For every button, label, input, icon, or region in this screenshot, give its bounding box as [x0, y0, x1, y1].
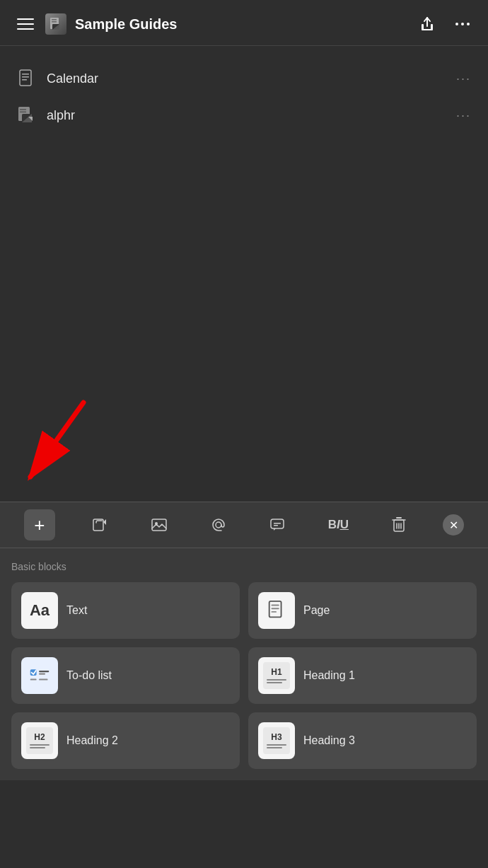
page-icon-svg — [266, 600, 287, 621]
guide-icon — [17, 105, 37, 125]
h3-block-icon: H3 — [258, 722, 295, 759]
list-item-left: Calendar — [17, 69, 98, 88]
svg-rect-6 — [431, 24, 433, 30]
add-block-button[interactable]: + — [24, 509, 55, 540]
more-options-icon — [454, 16, 471, 33]
svg-rect-12 — [20, 70, 31, 86]
turn-icon — [91, 516, 108, 533]
close-icon: ✕ — [449, 519, 458, 532]
bold-label: B — [328, 518, 337, 532]
guide-thumbnail-svg — [49, 17, 63, 31]
h1-icon-box: H1 — [263, 662, 290, 689]
svg-rect-39 — [272, 608, 279, 609]
delete-button[interactable] — [385, 512, 412, 538]
at-icon — [210, 516, 227, 533]
toolbar: + BIU — [0, 502, 488, 548]
format-button[interactable]: BIU — [323, 514, 354, 536]
list-item-left: alphr — [17, 105, 75, 125]
svg-rect-30 — [274, 525, 278, 526]
svg-rect-25 — [152, 519, 166, 531]
list-item-label: Calendar — [47, 71, 98, 86]
block-label: Heading 2 — [66, 734, 118, 747]
svg-rect-5 — [422, 24, 424, 30]
media-button[interactable] — [145, 512, 173, 538]
media-icon — [151, 516, 168, 533]
svg-point-27 — [216, 522, 221, 528]
svg-point-9 — [455, 23, 458, 25]
hamburger-icon — [17, 18, 34, 30]
block-label: Page — [303, 604, 330, 617]
comment-icon — [269, 516, 286, 533]
svg-rect-43 — [39, 673, 45, 674]
svg-rect-40 — [272, 611, 277, 613]
app-title: Sample Guides — [75, 16, 178, 33]
hamburger-button[interactable] — [14, 16, 37, 33]
svg-point-11 — [467, 23, 470, 25]
h1-block-icon: H1 — [258, 657, 295, 694]
red-arrow-annotation — [13, 395, 98, 487]
svg-rect-44 — [30, 678, 37, 680]
close-toolbar-button[interactable]: ✕ — [443, 514, 464, 536]
h2-block-icon: H2 — [21, 722, 58, 759]
document-icon — [17, 69, 37, 88]
app-header: Sample Guides — [0, 0, 488, 46]
svg-rect-38 — [272, 605, 279, 606]
header-right — [416, 13, 474, 35]
block-item-text[interactable]: Aa Text — [11, 582, 240, 639]
block-item-h1[interactable]: H1 Heading 1 — [248, 647, 477, 704]
h3-icon-box: H3 — [263, 727, 290, 754]
block-label: Heading 1 — [303, 669, 355, 682]
mention-button[interactable] — [204, 512, 233, 538]
svg-rect-7 — [422, 29, 433, 30]
content-area: Calendar ··· alphr ··· — [0, 46, 488, 134]
list-item-more[interactable]: ··· — [456, 108, 471, 123]
list-item[interactable]: alphr ··· — [14, 97, 474, 134]
block-item-h3[interactable]: H3 Heading 3 — [248, 712, 477, 769]
svg-rect-4 — [52, 21, 57, 23]
header-left: Sample Guides — [14, 13, 178, 35]
blocks-section: Basic blocks Aa Text Page — [0, 548, 488, 780]
share-icon — [419, 16, 436, 33]
block-label: Heading 3 — [303, 734, 355, 747]
list-item[interactable]: Calendar ··· — [14, 60, 474, 97]
todo-icon-svg — [29, 665, 50, 686]
block-item-page[interactable]: Page — [248, 582, 477, 639]
text-icon-label: Aa — [30, 601, 50, 620]
guide-thumbnail — [45, 13, 66, 35]
list-item-more[interactable]: ··· — [456, 71, 471, 86]
block-item-h2[interactable]: H2 Heading 2 — [11, 712, 240, 769]
svg-line-23 — [30, 403, 83, 477]
text-block-icon: Aa — [21, 592, 58, 629]
blocks-grid: Aa Text Page — [11, 582, 477, 780]
turn-into-button[interactable] — [86, 512, 114, 538]
svg-rect-13 — [22, 74, 29, 75]
page-block-icon — [258, 592, 295, 629]
todo-block-icon — [21, 657, 58, 694]
svg-rect-19 — [20, 109, 26, 110]
block-label: Text — [66, 604, 87, 617]
underline-label: U — [340, 518, 349, 532]
list-item-label: alphr — [47, 108, 75, 123]
block-item-todo[interactable]: To-do list — [11, 647, 240, 704]
svg-rect-14 — [22, 76, 29, 78]
svg-rect-42 — [39, 671, 49, 672]
h2-icon-box: H2 — [26, 727, 53, 754]
block-label: To-do list — [66, 669, 112, 682]
more-options-button[interactable] — [451, 13, 474, 35]
svg-rect-45 — [39, 678, 47, 680]
svg-rect-20 — [20, 112, 26, 113]
svg-rect-3 — [52, 19, 57, 21]
comment-button[interactable] — [263, 512, 291, 538]
blocks-section-title: Basic blocks — [11, 561, 477, 572]
svg-rect-29 — [274, 523, 281, 524]
delete-icon — [391, 516, 407, 533]
share-button[interactable] — [416, 13, 438, 35]
svg-rect-15 — [22, 79, 27, 81]
svg-point-10 — [461, 23, 464, 25]
